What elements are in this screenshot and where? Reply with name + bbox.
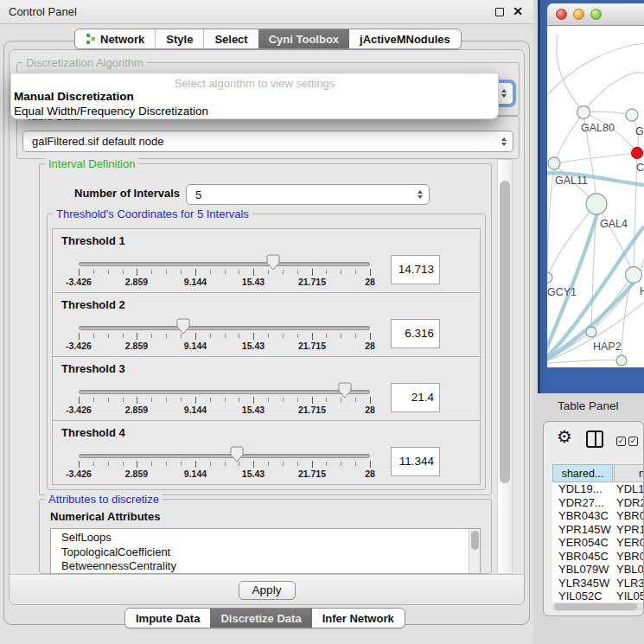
threshold-4-slider-track[interactable]	[79, 454, 370, 458]
apply-button[interactable]: Apply	[239, 581, 296, 600]
table-row[interactable]: YBR043C YBR043C	[552, 509, 644, 523]
tab-network[interactable]: Network	[75, 29, 155, 48]
network-window-titlebar[interactable]	[547, 3, 644, 26]
checkbox-icon[interactable]: ✓	[628, 437, 638, 446]
node-label: GAL11	[555, 175, 588, 187]
node-gal11	[548, 157, 560, 169]
cell-shared-name: YIL052C	[558, 590, 613, 603]
scale-label: 2.859	[125, 277, 148, 287]
list-item[interactable]: BetweennessCentrality	[51, 559, 480, 574]
attributes-group-title: Attributes to discretize	[45, 493, 163, 506]
table-row[interactable]: YPR145W YPR145W	[552, 523, 644, 537]
list-item[interactable]: TopologicalCoefficient	[51, 545, 480, 560]
float-window-icon[interactable]	[495, 8, 504, 16]
tab-jactivemnodules-label: jActiveMNodules	[360, 33, 450, 46]
close-window-icon[interactable]: ✕	[513, 4, 523, 18]
threshold-1-slider-track[interactable]	[79, 262, 370, 266]
table-horizontal-scrollbar[interactable]	[552, 603, 644, 611]
node-label: GAL4	[600, 218, 628, 230]
cell-shared-name: YER054C	[558, 536, 613, 549]
combo-arrows-icon	[418, 190, 423, 199]
cell-shared-name: YLR345W	[558, 577, 613, 590]
tab-jactivemnodules[interactable]: jActiveMNodules	[349, 29, 461, 48]
threshold-2-slider-track[interactable]	[79, 326, 370, 330]
scale-label: 9.144	[184, 405, 207, 415]
node-label: C	[636, 162, 644, 174]
table-data-selected: galFiltered.sif default node	[32, 135, 163, 148]
slider-ticks	[79, 334, 371, 338]
tab-infer-network-label: Infer Network	[322, 612, 394, 625]
threshold-3-slider-handle[interactable]	[338, 382, 352, 399]
node-gal4	[586, 194, 607, 214]
screenshot-root: Control Panel ✕ Network Style Select	[0, 0, 644, 644]
threshold-4-value-field[interactable]: 11.344	[391, 447, 440, 476]
scrollbar-thumb[interactable]	[554, 603, 637, 610]
minimize-traffic-light-icon[interactable]	[573, 9, 584, 20]
tab-impute-data[interactable]: Impute Data	[125, 609, 210, 628]
cell-name: YDR27...	[616, 496, 644, 509]
column-header-name[interactable]: n	[614, 464, 644, 482]
checkbox-icon[interactable]: ✓	[616, 437, 626, 446]
node-selected-red	[632, 148, 643, 159]
node-partial	[616, 355, 627, 366]
gear-icon[interactable]: ⚙	[557, 426, 572, 447]
threshold-1-value-field[interactable]: 14.713	[391, 255, 440, 284]
network-icon	[86, 33, 96, 45]
threshold-2-slider-handle[interactable]	[176, 318, 190, 335]
list-item[interactable]: SelfLoops	[51, 529, 480, 545]
table-row[interactable]: YIL052C YIL052C	[552, 590, 644, 603]
tab-discretize-data[interactable]: Discretize Data	[210, 609, 311, 628]
combo-arrows-icon	[501, 137, 507, 146]
table-row[interactable]: YDR27... YDR27...	[552, 496, 644, 510]
number-of-intervals-label: Number of Intervals	[74, 187, 180, 200]
cell-name: YLR345W	[616, 577, 644, 590]
apply-bar: Apply	[10, 574, 524, 605]
tab-network-label: Network	[100, 33, 144, 46]
table-row[interactable]: YLR345W YLR345W	[552, 577, 644, 590]
table-row[interactable]: YBR045C YBR045C	[552, 550, 644, 564]
scrollbar-thumb[interactable]	[500, 181, 510, 483]
column-layout-icon[interactable]	[586, 430, 603, 448]
tab-impute-data-label: Impute Data	[136, 612, 200, 625]
table-row[interactable]: YBL079W YBL079W	[552, 563, 644, 577]
panel-vertical-scrollbar[interactable]	[497, 159, 513, 574]
scale-label: 28	[365, 341, 375, 351]
node-gal80	[577, 106, 590, 119]
cell-shared-name: YPR145W	[558, 523, 613, 536]
cell-shared-name: YBR043C	[558, 509, 613, 522]
number-of-intervals-value: 5	[195, 188, 201, 201]
scale-label: 15.43	[242, 405, 265, 415]
list-vertical-scrollbar[interactable]	[469, 529, 480, 573]
threshold-2-value-field[interactable]: 6.316	[391, 319, 440, 348]
number-of-intervals-combobox[interactable]: 5	[186, 184, 430, 205]
scrollbar-thumb[interactable]	[471, 531, 479, 550]
tab-select[interactable]: Select	[203, 29, 258, 48]
threshold-4-label: Threshold 4	[61, 426, 125, 439]
algorithm-placeholder: Select algorithm to view settings	[11, 77, 498, 90]
cell-shared-name: YBR045C	[558, 550, 613, 563]
scale-label: 28	[365, 469, 375, 479]
node-label: HAP2	[593, 341, 622, 353]
table-row[interactable]: YER054C YER054C	[552, 536, 644, 550]
tab-style[interactable]: Style	[155, 29, 203, 48]
threshold-3-slider-track[interactable]	[79, 390, 370, 394]
table-row[interactable]: YDL19... YDL19...	[552, 482, 644, 496]
menu-item-manual-discretization[interactable]: Manual Discretization	[14, 90, 134, 103]
menu-item-equal-width-frequency[interactable]: Equal Width/Frequency Discretization	[14, 105, 208, 118]
threshold-3-value-field[interactable]: 21.4	[391, 383, 440, 412]
threshold-4-slider-handle[interactable]	[230, 446, 244, 462]
threshold-1-slider-handle[interactable]	[266, 254, 280, 271]
table-data-combobox[interactable]: galFiltered.sif default node	[22, 131, 513, 152]
network-canvas[interactable]: GAL80 G C GAL11 GAL4 GCY1 H HAP2	[547, 26, 644, 367]
node-label: G	[635, 125, 644, 137]
scale-label: 2.859	[125, 405, 148, 415]
column-header-shared-name[interactable]: shared...	[552, 464, 613, 482]
close-traffic-light-icon[interactable]	[556, 9, 567, 20]
tab-cyni-toolbox[interactable]: Cyni Toolbox	[258, 29, 349, 48]
scale-label: 9.144	[184, 469, 207, 479]
zoom-traffic-light-icon[interactable]	[590, 9, 602, 20]
threshold-4-panel: Threshold 4 -3.426 2.859 9.144 15.43 21.…	[52, 420, 481, 485]
tab-discretize-data-label: Discretize Data	[220, 612, 301, 625]
tab-infer-network[interactable]: Infer Network	[312, 609, 405, 628]
cell-shared-name: YDR27...	[558, 496, 613, 509]
